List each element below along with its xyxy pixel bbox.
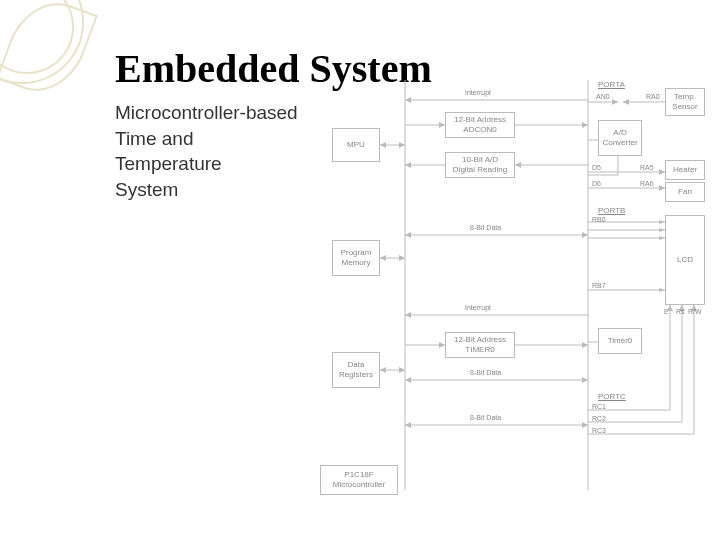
svg-marker-27: [623, 99, 629, 105]
label-interrupt-top: Interrupt: [465, 89, 491, 96]
adc-addr-l1: 12-Bit Address: [454, 115, 506, 125]
label-porta: PORTA: [598, 80, 625, 89]
label-portc: PORTC: [598, 392, 626, 401]
data-reg-l1: Data: [348, 360, 365, 370]
tmr-addr-l1: 12-Bit Address: [454, 335, 506, 345]
label-interrupt-mid: Interrupt: [465, 304, 491, 311]
pin-d6: D6: [592, 180, 601, 187]
svg-marker-54: [582, 342, 588, 348]
block-program-memory: Program Memory: [332, 240, 380, 276]
block-microcontroller: P1C18F Microcontroller: [320, 465, 398, 495]
block-temp-sensor: Temp. Sensor: [665, 88, 705, 116]
pin-ra6: RA6: [640, 180, 654, 187]
pin-rc3: RC3: [592, 427, 606, 434]
tmr-addr-l2: TIMER0: [465, 345, 494, 355]
svg-marker-60: [405, 422, 411, 428]
svg-marker-3: [380, 142, 386, 148]
svg-marker-58: [582, 377, 588, 383]
body-line-3: Temperature: [115, 151, 325, 177]
adc-l2: Converter: [602, 138, 637, 148]
svg-marker-61: [582, 422, 588, 428]
pin-rb0: RB0: [592, 216, 606, 223]
svg-marker-10: [399, 367, 405, 373]
svg-marker-6: [380, 255, 386, 261]
temp-l1: Temp.: [674, 92, 696, 102]
pin-an0: AN0: [596, 93, 610, 100]
pin-rs: Rs: [676, 308, 685, 315]
svg-marker-18: [405, 162, 411, 168]
svg-marker-4: [399, 142, 405, 148]
pin-e: E: [664, 308, 669, 315]
block-timer-address: 12-Bit Address TIMER0: [445, 332, 515, 358]
data-reg-l2: Registers: [339, 370, 373, 380]
label-8bit-b: 8-Bit Data: [470, 369, 501, 376]
block-digital-reading: 10-Bit A/D Digital Reading: [445, 152, 515, 178]
pin-d5: D5: [592, 164, 601, 171]
dig-read-l1: 10-Bit A/D: [462, 155, 498, 165]
mcu-l2: Microcontroller: [333, 480, 385, 490]
label-8bit-a: 8-Bit Data: [470, 224, 501, 231]
block-fan: Fan: [665, 182, 705, 202]
pin-ra5: RA5: [640, 164, 654, 171]
svg-marker-57: [405, 377, 411, 383]
block-ad-converter: A/D Converter: [598, 120, 642, 156]
body-line-2: Time and: [115, 126, 325, 152]
svg-marker-33: [405, 232, 411, 238]
block-adc-address: 12-Bit Address ADCON0: [445, 112, 515, 138]
pin-rc2: RC2: [592, 415, 606, 422]
svg-marker-9: [380, 367, 386, 373]
svg-marker-7: [399, 255, 405, 261]
block-heater: Heater: [665, 160, 705, 180]
block-mpu: MPU: [332, 128, 380, 162]
svg-marker-34: [582, 232, 588, 238]
svg-marker-12: [405, 97, 411, 103]
pin-rb7: RB7: [592, 282, 606, 289]
corner-decoration: [0, 0, 120, 120]
block-diagram: MPU Program Memory Data Registers P1C18F…: [320, 80, 710, 500]
svg-marker-20: [515, 162, 521, 168]
body-line-4: System: [115, 177, 325, 203]
pin-ra0: RA0: [646, 93, 660, 100]
temp-l2: Sensor: [672, 102, 697, 112]
prog-mem-l1: Program: [341, 248, 372, 258]
pin-rc1: RC1: [592, 403, 606, 410]
svg-marker-16: [582, 122, 588, 128]
slide-body: Microcontroller-based Time and Temperatu…: [115, 100, 325, 203]
block-data-registers: Data Registers: [332, 352, 380, 388]
svg-marker-22: [612, 99, 618, 105]
label-8bit-c: 8-Bit Data: [470, 414, 501, 421]
prog-mem-l2: Memory: [342, 258, 371, 268]
body-line-1: Microcontroller-based: [115, 100, 325, 126]
block-timer0: Timer0: [598, 328, 642, 354]
block-lcd: LCD: [665, 215, 705, 305]
label-portb: PORTB: [598, 206, 625, 215]
pin-rw: R/W: [688, 308, 702, 315]
mcu-l1: P1C18F: [344, 470, 373, 480]
svg-marker-50: [405, 312, 411, 318]
adc-l1: A/D: [613, 128, 626, 138]
adc-addr-l2: ADCON0: [463, 125, 496, 135]
dig-read-l2: Digital Reading: [453, 165, 507, 175]
